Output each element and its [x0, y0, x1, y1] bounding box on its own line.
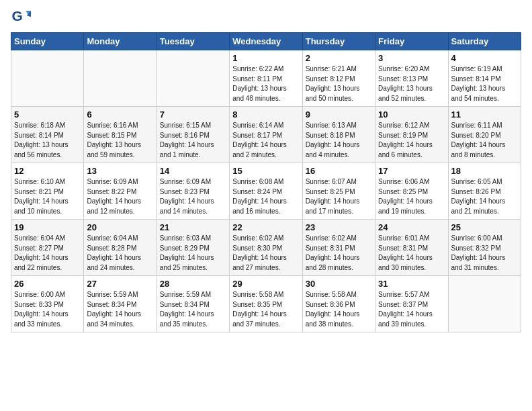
day-info: Sunrise: 6:00 AM Sunset: 8:33 PM Dayligh… [14, 290, 81, 329]
calendar-cell: 4Sunrise: 6:19 AM Sunset: 8:14 PM Daylig… [448, 50, 521, 107]
day-number: 5 [14, 109, 81, 120]
calendar-cell: 22Sunrise: 6:02 AM Sunset: 8:30 PM Dayli… [230, 220, 302, 276]
calendar-cell: 19Sunrise: 6:04 AM Sunset: 8:27 PM Dayli… [11, 220, 84, 276]
calendar-cell: 3Sunrise: 6:20 AM Sunset: 8:13 PM Daylig… [375, 50, 448, 107]
calendar-cell: 30Sunrise: 5:58 AM Sunset: 8:36 PM Dayli… [302, 276, 375, 332]
calendar-cell: 29Sunrise: 5:58 AM Sunset: 8:35 PM Dayli… [230, 276, 302, 332]
calendar-cell: 18Sunrise: 6:05 AM Sunset: 8:26 PM Dayli… [448, 163, 521, 220]
day-number: 10 [378, 109, 445, 120]
day-number: 7 [160, 109, 226, 120]
day-info: Sunrise: 6:15 AM Sunset: 8:16 PM Dayligh… [160, 121, 226, 160]
day-info: Sunrise: 5:58 AM Sunset: 8:36 PM Dayligh… [306, 290, 372, 329]
day-info: Sunrise: 5:59 AM Sunset: 8:34 PM Dayligh… [87, 290, 153, 329]
calendar-cell: 10Sunrise: 6:12 AM Sunset: 8:19 PM Dayli… [375, 107, 448, 163]
day-number: 31 [378, 279, 445, 289]
day-info: Sunrise: 6:09 AM Sunset: 8:22 PM Dayligh… [87, 177, 153, 216]
calendar-cell: 26Sunrise: 6:00 AM Sunset: 8:33 PM Dayli… [11, 276, 84, 332]
calendar-cell: 8Sunrise: 6:14 AM Sunset: 8:17 PM Daylig… [230, 107, 302, 163]
day-number: 13 [87, 166, 153, 176]
day-number: 21 [160, 222, 226, 232]
calendar-cell: 1Sunrise: 6:22 AM Sunset: 8:11 PM Daylig… [230, 50, 302, 107]
logo: G [11, 7, 34, 27]
day-info: Sunrise: 6:16 AM Sunset: 8:15 PM Dayligh… [87, 121, 153, 160]
calendar-header-monday: Monday [84, 33, 157, 50]
day-number: 27 [87, 279, 153, 289]
day-info: Sunrise: 6:19 AM Sunset: 8:14 PM Dayligh… [451, 64, 518, 103]
calendar-cell: 23Sunrise: 6:02 AM Sunset: 8:31 PM Dayli… [302, 220, 375, 276]
day-number: 26 [14, 279, 81, 289]
day-number: 20 [87, 222, 153, 232]
page: G SundayMondayTuesdayWednesdayThursdayFr… [0, 0, 532, 411]
calendar-cell [157, 50, 229, 107]
day-info: Sunrise: 6:04 AM Sunset: 8:27 PM Dayligh… [14, 234, 81, 273]
calendar-cell: 9Sunrise: 6:13 AM Sunset: 8:18 PM Daylig… [302, 107, 375, 163]
day-number: 3 [378, 53, 445, 63]
calendar-cell: 7Sunrise: 6:15 AM Sunset: 8:16 PM Daylig… [157, 107, 229, 163]
calendar-cell: 31Sunrise: 5:57 AM Sunset: 8:37 PM Dayli… [375, 276, 448, 332]
svg-text:G: G [12, 8, 23, 24]
day-info: Sunrise: 6:07 AM Sunset: 8:25 PM Dayligh… [306, 177, 372, 216]
calendar-cell: 5Sunrise: 6:18 AM Sunset: 8:14 PM Daylig… [11, 107, 84, 163]
calendar-cell: 21Sunrise: 6:03 AM Sunset: 8:29 PM Dayli… [157, 220, 229, 276]
day-number: 4 [451, 53, 518, 63]
day-number: 1 [232, 53, 299, 63]
day-info: Sunrise: 5:58 AM Sunset: 8:35 PM Dayligh… [232, 290, 299, 329]
calendar-cell: 12Sunrise: 6:10 AM Sunset: 8:21 PM Dayli… [11, 163, 84, 220]
calendar-cell: 13Sunrise: 6:09 AM Sunset: 8:22 PM Dayli… [84, 163, 157, 220]
logo-icon: G [11, 7, 31, 27]
day-info: Sunrise: 6:04 AM Sunset: 8:28 PM Dayligh… [87, 234, 153, 273]
day-number: 11 [451, 109, 518, 120]
calendar-cell: 17Sunrise: 6:06 AM Sunset: 8:25 PM Dayli… [375, 163, 448, 220]
calendar-cell [11, 50, 84, 107]
day-number: 18 [451, 166, 518, 176]
calendar-header-wednesday: Wednesday [230, 33, 302, 50]
calendar-cell: 11Sunrise: 6:11 AM Sunset: 8:20 PM Dayli… [448, 107, 521, 163]
calendar-cell: 27Sunrise: 5:59 AM Sunset: 8:34 PM Dayli… [84, 276, 157, 332]
day-info: Sunrise: 5:57 AM Sunset: 8:37 PM Dayligh… [378, 290, 445, 329]
day-info: Sunrise: 6:01 AM Sunset: 8:31 PM Dayligh… [378, 234, 445, 273]
calendar-cell: 16Sunrise: 6:07 AM Sunset: 8:25 PM Dayli… [302, 163, 375, 220]
day-info: Sunrise: 5:59 AM Sunset: 8:34 PM Dayligh… [160, 290, 226, 329]
calendar-week-4: 19Sunrise: 6:04 AM Sunset: 8:27 PM Dayli… [11, 220, 521, 276]
calendar-cell [448, 276, 521, 332]
day-info: Sunrise: 6:13 AM Sunset: 8:18 PM Dayligh… [306, 121, 372, 160]
day-number: 19 [14, 222, 81, 232]
calendar-cell: 14Sunrise: 6:09 AM Sunset: 8:23 PM Dayli… [157, 163, 229, 220]
day-info: Sunrise: 6:10 AM Sunset: 8:21 PM Dayligh… [14, 177, 81, 216]
calendar-cell: 2Sunrise: 6:21 AM Sunset: 8:12 PM Daylig… [302, 50, 375, 107]
day-number: 8 [232, 109, 299, 120]
day-number: 16 [306, 166, 372, 176]
calendar-header-row: SundayMondayTuesdayWednesdayThursdayFrid… [11, 33, 521, 50]
calendar-cell: 28Sunrise: 5:59 AM Sunset: 8:34 PM Dayli… [157, 276, 229, 332]
calendar-header-sunday: Sunday [11, 33, 84, 50]
day-number: 22 [232, 222, 299, 232]
day-info: Sunrise: 6:11 AM Sunset: 8:20 PM Dayligh… [451, 121, 518, 160]
day-number: 17 [378, 166, 445, 176]
day-number: 25 [451, 222, 518, 232]
calendar-week-2: 5Sunrise: 6:18 AM Sunset: 8:14 PM Daylig… [11, 107, 521, 163]
day-number: 9 [306, 109, 372, 120]
day-number: 12 [14, 166, 81, 176]
day-info: Sunrise: 6:14 AM Sunset: 8:17 PM Dayligh… [232, 121, 299, 160]
calendar-cell: 25Sunrise: 6:00 AM Sunset: 8:32 PM Dayli… [448, 220, 521, 276]
header: G [11, 7, 521, 27]
day-info: Sunrise: 6:03 AM Sunset: 8:29 PM Dayligh… [160, 234, 226, 273]
day-number: 29 [232, 279, 299, 289]
day-info: Sunrise: 6:09 AM Sunset: 8:23 PM Dayligh… [160, 177, 226, 216]
day-number: 23 [306, 222, 372, 232]
day-info: Sunrise: 6:05 AM Sunset: 8:26 PM Dayligh… [451, 177, 518, 216]
calendar-cell: 6Sunrise: 6:16 AM Sunset: 8:15 PM Daylig… [84, 107, 157, 163]
calendar-cell: 15Sunrise: 6:08 AM Sunset: 8:24 PM Dayli… [230, 163, 302, 220]
calendar-week-3: 12Sunrise: 6:10 AM Sunset: 8:21 PM Dayli… [11, 163, 521, 220]
day-info: Sunrise: 6:06 AM Sunset: 8:25 PM Dayligh… [378, 177, 445, 216]
day-info: Sunrise: 6:18 AM Sunset: 8:14 PM Dayligh… [14, 121, 81, 160]
day-number: 2 [306, 53, 372, 63]
day-number: 6 [87, 109, 153, 120]
calendar-header-thursday: Thursday [302, 33, 375, 50]
calendar-header-tuesday: Tuesday [157, 33, 229, 50]
day-info: Sunrise: 6:02 AM Sunset: 8:30 PM Dayligh… [232, 234, 299, 273]
day-number: 30 [306, 279, 372, 289]
day-number: 15 [232, 166, 299, 176]
day-number: 28 [160, 279, 226, 289]
day-info: Sunrise: 6:02 AM Sunset: 8:31 PM Dayligh… [306, 234, 372, 273]
